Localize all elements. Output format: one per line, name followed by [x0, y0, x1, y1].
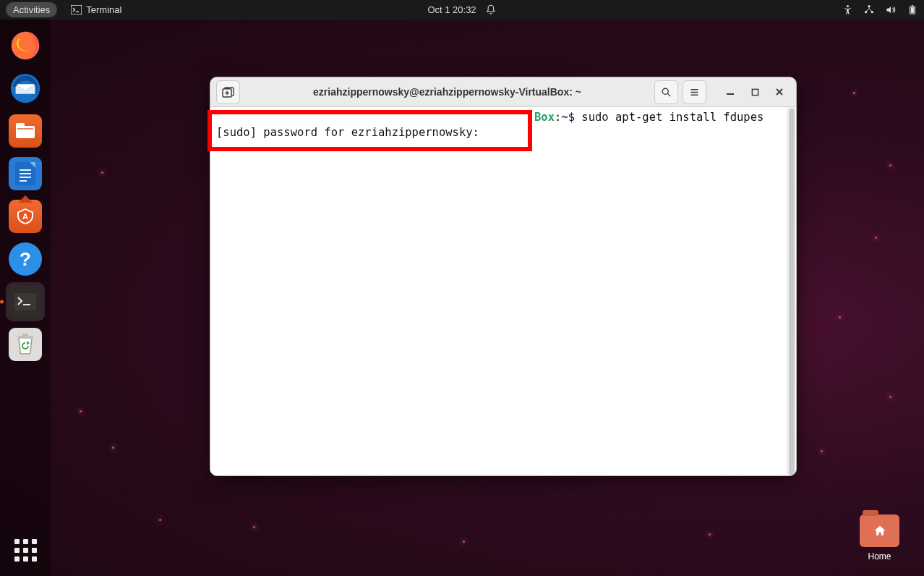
dock-help[interactable]: ?: [6, 240, 45, 279]
network-icon[interactable]: [863, 4, 875, 16]
files-icon: [9, 114, 42, 148]
dock-ubuntu-software[interactable]: A: [6, 197, 45, 236]
dock: A ?: [0, 20, 51, 576]
search-button[interactable]: [654, 80, 678, 104]
new-tab-button[interactable]: [216, 80, 240, 104]
dock-libreoffice-writer[interactable]: [6, 154, 45, 193]
dock-firefox[interactable]: [6, 26, 45, 65]
prompt-host: Box: [534, 111, 555, 124]
terminal-icon: [70, 4, 82, 16]
accessibility-icon[interactable]: [842, 4, 853, 16]
top-bar: Activities Terminal Oct 1 20:32: [0, 0, 924, 20]
maximize-button[interactable]: [748, 85, 761, 98]
svg-rect-8: [911, 7, 915, 13]
svg-point-2: [847, 5, 849, 7]
activities-button[interactable]: Activities: [6, 2, 57, 17]
sudo-password-prompt: [sudo] password for ezriahzippernowsky:: [216, 126, 486, 139]
dock-thunderbird[interactable]: [6, 69, 45, 108]
software-icon: A: [9, 200, 42, 233]
desktop-home-label: Home: [860, 551, 899, 562]
help-icon: ?: [9, 242, 42, 276]
dock-terminal[interactable]: [6, 282, 45, 321]
window-titlebar[interactable]: ezriahzippernowsky@ezriahzippernowsky-Vi…: [210, 77, 796, 107]
svg-rect-33: [752, 89, 758, 95]
svg-point-3: [868, 5, 870, 7]
window-title: ezriahzippernowsky@ezriahzippernowsky-Vi…: [244, 86, 650, 98]
svg-rect-13: [17, 128, 33, 130]
svg-rect-0: [71, 5, 82, 14]
minimize-button[interactable]: [724, 85, 737, 98]
folder-icon: [860, 514, 899, 547]
prompt-suffix: $: [568, 111, 582, 124]
close-button[interactable]: [773, 85, 786, 98]
svg-rect-11: [16, 126, 35, 138]
volume-icon[interactable]: [885, 4, 897, 16]
menu-button[interactable]: [683, 80, 706, 104]
command-text: sudo apt-get install fdupes: [581, 111, 763, 124]
scrollbar[interactable]: [787, 107, 795, 475]
svg-point-27: [662, 88, 668, 94]
notification-icon[interactable]: [485, 4, 497, 16]
dock-trash[interactable]: [6, 325, 45, 364]
svg-rect-23: [22, 334, 28, 336]
svg-text:A: A: [22, 212, 28, 221]
desktop-home-folder[interactable]: Home: [860, 514, 899, 562]
terminal-content[interactable]: Box:~$ sudo apt-get install fdupes [sudo…: [210, 107, 796, 475]
terminal-tile-icon: [9, 285, 42, 318]
app-indicator-label: Terminal: [86, 4, 121, 15]
svg-rect-12: [16, 123, 25, 127]
show-applications[interactable]: [9, 534, 41, 566]
trash-icon: [9, 328, 42, 361]
prompt-path: ~: [561, 111, 568, 124]
svg-rect-7: [912, 5, 913, 7]
svg-line-28: [667, 93, 670, 96]
dock-files[interactable]: [6, 111, 45, 151]
writer-icon: [9, 157, 42, 190]
svg-rect-20: [14, 293, 36, 310]
power-icon[interactable]: [907, 4, 918, 16]
clock[interactable]: Oct 1 20:32: [427, 4, 476, 15]
terminal-window: ezriahzippernowsky@ezriahzippernowsky-Vi…: [210, 77, 797, 476]
app-indicator[interactable]: Terminal: [70, 4, 121, 16]
